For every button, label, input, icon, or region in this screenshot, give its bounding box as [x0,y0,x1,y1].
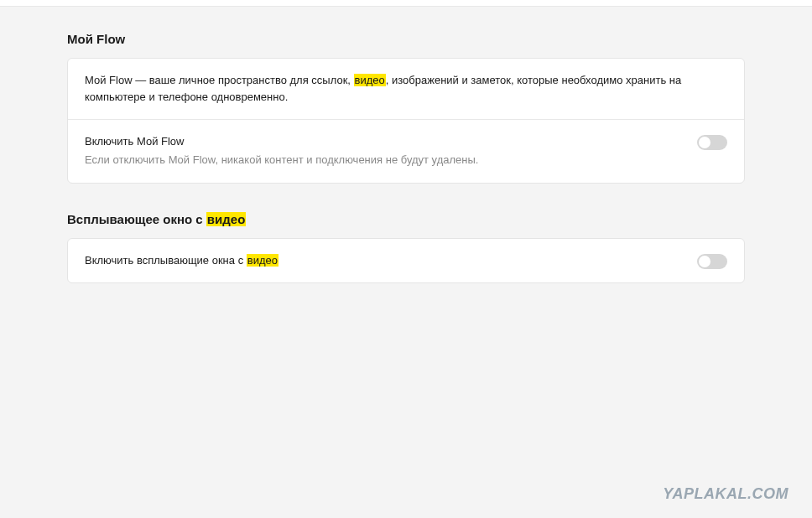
section-title-my-flow: Мой Flow [67,32,745,46]
my-flow-toggle-row: Включить Мой Flow Если отключить Мой Flo… [68,119,744,182]
my-flow-toggle-label: Включить Мой Flow [85,133,680,150]
highlight-video-label: видео [247,254,278,267]
desc-prefix: Мой Flow — ваше личное пространство для … [85,74,354,86]
card-video-popup: Включить всплывающие окна с видео [67,238,745,283]
watermark: YAPLAKAL.COM [663,485,789,503]
title-prefix: Всплывающее окно с [67,212,206,226]
card-my-flow: Мой Flow — ваше личное пространство для … [67,58,745,184]
video-popup-toggle-text: Включить всплывающие окна с видео [85,252,680,269]
toggle-knob [699,137,710,148]
toggle-knob [699,256,710,267]
highlight-video: видео [354,74,386,86]
video-popup-toggle[interactable] [697,254,727,269]
section-title-video-popup: Всплывающее окно с видео [67,212,745,226]
video-popup-toggle-row: Включить всплывающие окна с видео [68,239,744,282]
my-flow-toggle[interactable] [697,135,727,150]
my-flow-toggle-sub: Если отключить Мой Flow, никакой контент… [85,152,680,168]
highlight-video-title: видео [206,212,246,226]
section-my-flow: Мой Flow Мой Flow — ваше личное простран… [67,32,745,184]
section-video-popup: Всплывающее окно с видео Включить всплыв… [67,212,745,283]
video-popup-label-prefix: Включить всплывающие окна с [85,254,247,267]
my-flow-description: Мой Flow — ваше личное пространство для … [85,72,727,106]
settings-container: Мой Flow Мой Flow — ваше личное простран… [0,7,812,283]
my-flow-description-row: Мой Flow — ваше личное пространство для … [68,59,744,119]
my-flow-toggle-text: Включить Мой Flow Если отключить Мой Flo… [85,133,680,168]
top-bar [0,0,812,7]
